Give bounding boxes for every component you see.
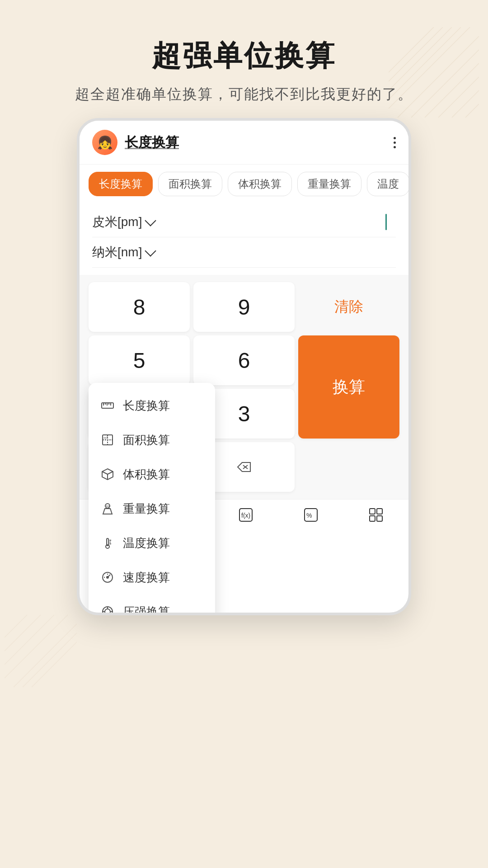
menu-item-temp[interactable]: 温度换算 — [89, 526, 215, 560]
menu-temp-label: 温度换算 — [123, 535, 170, 551]
svg-text:%: % — [306, 512, 312, 519]
menu-pressure-label: 压强换算 — [123, 604, 170, 616]
key-convert[interactable]: 换算 — [298, 335, 399, 439]
tab-length[interactable]: 长度换算 — [89, 172, 153, 196]
nav-formula[interactable]: f(x) — [238, 507, 254, 523]
svg-text:f(x): f(x) — [241, 512, 250, 519]
svg-text:m²: m² — [103, 436, 108, 440]
menu-volume-label: 体积换算 — [123, 467, 170, 482]
more-menu-button[interactable] — [394, 137, 396, 148]
svg-rect-71 — [370, 509, 375, 514]
menu-length-label: 长度换算 — [123, 398, 170, 414]
weight-icon: kg — [99, 500, 116, 517]
key-5[interactable]: 5 — [89, 335, 190, 385]
unit-from-label: 皮米[pm] — [92, 213, 142, 231]
ruler-icon — [99, 397, 116, 414]
app-header: 👧 长度换算 — [80, 121, 408, 165]
chevron-down-icon-2 — [145, 245, 156, 256]
menu-speed-label: 速度换算 — [123, 570, 170, 585]
svg-line-16 — [5, 615, 27, 637]
tab-bar: 长度换算 面积换算 体积换算 重量换算 温度 — [80, 165, 408, 196]
key-8[interactable]: 8 — [89, 282, 190, 332]
svg-line-12 — [14, 624, 77, 687]
app-header-title: 长度换算 — [125, 133, 179, 152]
svg-point-46 — [105, 609, 110, 614]
speed-icon — [99, 569, 116, 585]
dropdown-menu: 长度换算 m² 面积换算 体积 — [89, 383, 215, 615]
page-title: 超强单位换算 — [0, 36, 488, 75]
tab-weight[interactable]: 重量换算 — [297, 172, 361, 196]
svg-line-31 — [108, 472, 113, 474]
svg-line-13 — [5, 615, 68, 678]
menu-item-weight[interactable]: kg 重量换算 — [89, 491, 215, 526]
chevron-down-icon — [145, 215, 156, 226]
unit-selectors: 皮米[pm] 纳米[nm] — [80, 196, 408, 275]
svg-line-17 — [23, 633, 77, 687]
nav-percent[interactable]: % — [303, 507, 319, 523]
menu-item-area[interactable]: m² 面积换算 — [89, 423, 215, 457]
tab-temp[interactable]: 温度 — [367, 172, 408, 196]
menu-item-volume[interactable]: 体积换算 — [89, 457, 215, 491]
svg-text:kg: kg — [106, 505, 110, 508]
phone-mockup: 👧 长度换算 长度换算 面积换算 体积换算 重量换算 温度 皮米[pm] 纳米[… — [77, 118, 411, 615]
volume-icon — [99, 466, 116, 482]
pressure-icon — [99, 604, 116, 615]
key-clear[interactable]: 清除 — [298, 282, 399, 332]
svg-point-42 — [107, 576, 108, 578]
key-9[interactable]: 9 — [193, 282, 295, 332]
menu-item-pressure[interactable]: 压强换算 — [89, 594, 215, 615]
menu-area-label: 面积换算 — [123, 432, 170, 448]
svg-rect-74 — [377, 516, 382, 521]
temp-icon — [99, 535, 116, 551]
unit-to-label: 纳米[nm] — [92, 244, 142, 261]
area-icon: m² — [99, 432, 116, 448]
unit-selector-to[interactable]: 纳米[nm] — [92, 237, 396, 268]
svg-rect-73 — [370, 516, 375, 521]
cursor — [385, 214, 387, 230]
svg-rect-72 — [377, 509, 382, 514]
unit-selector-from[interactable]: 皮米[pm] — [92, 207, 396, 237]
key-6[interactable]: 6 — [193, 335, 295, 385]
svg-line-30 — [102, 472, 108, 474]
page-subtitle: 超全超准确单位换算，可能找不到比我更好的了。 — [0, 85, 488, 104]
menu-item-length[interactable]: 长度换算 — [89, 388, 215, 423]
avatar: 👧 — [92, 130, 117, 155]
svg-line-14 — [5, 615, 54, 665]
menu-weight-label: 重量换算 — [123, 501, 170, 517]
svg-line-15 — [5, 615, 41, 651]
svg-line-18 — [32, 642, 77, 687]
nav-grid[interactable] — [368, 507, 384, 523]
menu-item-speed[interactable]: 速度换算 — [89, 560, 215, 594]
tab-area[interactable]: 面积换算 — [158, 172, 222, 196]
tab-volume[interactable]: 体积换算 — [228, 172, 292, 196]
